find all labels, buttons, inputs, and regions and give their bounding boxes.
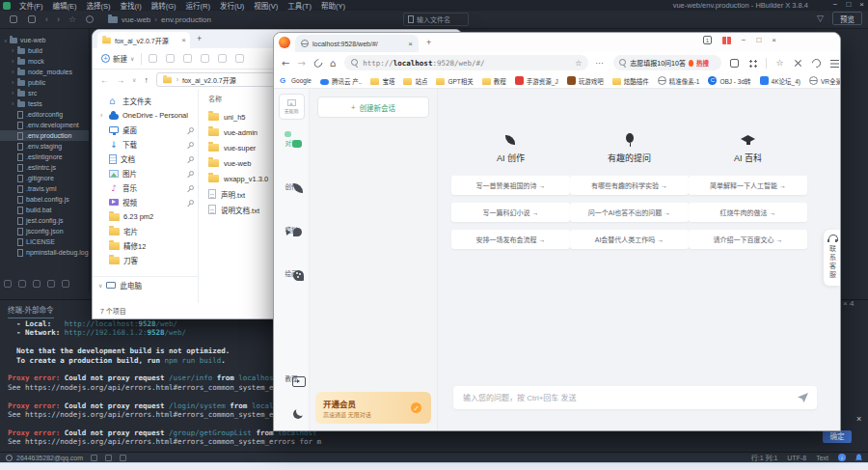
close-tab-icon[interactable]: × xyxy=(181,36,186,44)
ide-menu-item[interactable]: 视图(V) xyxy=(249,0,283,11)
outline-icon[interactable] xyxy=(91,455,97,461)
browser-minimize-button[interactable]: − xyxy=(742,36,746,44)
browser-logo-icon[interactable] xyxy=(279,37,290,48)
tree-item[interactable]: .editorconfig xyxy=(0,109,89,120)
tree-root[interactable]: ∨ vue-web xyxy=(0,35,89,45)
tree-item[interactable]: tests xyxy=(0,98,89,109)
contact-support-tab[interactable]: 联系客服 xyxy=(824,230,840,286)
dialog-close-icon[interactable]: × xyxy=(856,414,861,424)
new-folder-icon[interactable] xyxy=(4,280,12,288)
tree-item[interactable]: build xyxy=(0,45,89,56)
suggestion-chip[interactable]: 安排一场发布会流程 → xyxy=(451,230,570,249)
apps-grid-icon[interactable] xyxy=(747,58,758,69)
new-button[interactable]: + 新建 ∨ xyxy=(101,53,134,64)
terminal-tab[interactable]: 终端-外部命令 xyxy=(8,304,54,318)
tree-item[interactable]: .travis.yml xyxy=(0,183,89,194)
new-file-icon[interactable] xyxy=(9,14,18,24)
menu-icon[interactable] xyxy=(829,58,840,69)
save-icon[interactable] xyxy=(27,14,37,24)
sidebar-nav-item[interactable]: 视频 xyxy=(93,195,198,209)
locate-file-icon[interactable] xyxy=(18,280,26,288)
windows-taskbar[interactable] xyxy=(0,462,868,470)
download-icon[interactable]: ↓ xyxy=(838,454,846,461)
sidebar-nav-item[interactable]: 精修12 xyxy=(93,238,198,253)
bookmark-item[interactable]: 4K论坛_4) xyxy=(760,76,800,86)
send-icon[interactable] xyxy=(798,393,808,402)
tree-item[interactable]: public xyxy=(0,77,89,88)
back-icon[interactable]: ← xyxy=(282,58,289,69)
tree-item[interactable]: src xyxy=(0,88,89,98)
tree-item[interactable]: .gitignore xyxy=(0,173,89,183)
breadcrumb-project[interactable]: vue-web xyxy=(122,15,150,24)
preview-button[interactable]: 预览 xyxy=(832,12,862,25)
back-icon[interactable]: ‹ xyxy=(45,14,48,24)
paste-icon[interactable] xyxy=(183,54,192,63)
sidebar-item-create[interactable]: 创作 xyxy=(274,181,309,191)
run-icon[interactable] xyxy=(85,14,95,24)
file-search-input[interactable]: 输入文件名 xyxy=(403,13,469,26)
bookmark-item[interactable]: 炫酷插件 xyxy=(612,76,649,86)
ide-menu-item[interactable]: 编辑(E) xyxy=(48,0,82,11)
sidebar-nav-item[interactable]: 文档 xyxy=(93,152,198,166)
up-icon[interactable]: ↑ xyxy=(144,75,148,85)
vip-banner[interactable]: 开通会员 高速通道 无限对话 ✓ xyxy=(315,392,431,424)
explorer-tab[interactable]: fox_ai_v2.0.7开源 × xyxy=(97,32,190,48)
sidebar-nav-item[interactable]: 6.23 pm2 xyxy=(93,209,198,224)
ide-menu-item[interactable]: 运行(R) xyxy=(181,0,215,11)
sidebar-nav-item[interactable]: 桌面 xyxy=(93,123,198,137)
bookmark-item[interactable]: 腾讯云 产.. xyxy=(320,76,362,86)
bookmark-item[interactable]: 精准像素-1 xyxy=(658,76,700,86)
sidebar-nav-item[interactable]: 主文件夹 xyxy=(93,94,198,108)
filter-icon[interactable]: ▽ xyxy=(817,14,824,23)
new-tab-icon[interactable]: + xyxy=(197,34,202,43)
sidebar-nav-item[interactable]: 音乐 xyxy=(93,180,198,195)
tree-item[interactable]: babel.config.js xyxy=(0,194,89,205)
bookmark-item[interactable]: 宝塔 xyxy=(370,76,394,86)
tree-item[interactable]: .env.development xyxy=(0,120,89,130)
gift-icon[interactable] xyxy=(722,37,731,44)
bookmark-item[interactable]: Google xyxy=(280,76,312,85)
ide-menu-item[interactable]: 跳转(G) xyxy=(147,0,181,11)
history-chevron-icon[interactable]: ∨ xyxy=(132,76,136,83)
bookmark-icon[interactable]: ☆ xyxy=(68,14,76,24)
sidebar-this-pc[interactable]: ∨ 此电脑 xyxy=(93,276,198,290)
bookmark-item[interactable]: 手游资源_J xyxy=(515,76,558,86)
forward-icon[interactable]: → xyxy=(297,58,305,69)
sidebar-nav-item[interactable]: › OneDrive - Personal xyxy=(93,108,198,123)
ide-menu-item[interactable]: 文件(F) xyxy=(14,0,48,11)
sidebar-nav-item[interactable]: 宅片 xyxy=(93,224,198,238)
rename-icon[interactable] xyxy=(201,54,209,63)
address-bar[interactable]: http://localhost:9528/web/#/ ☆ xyxy=(344,55,588,70)
ide-close-button[interactable]: × xyxy=(859,0,864,9)
forward-icon[interactable]: → xyxy=(117,75,125,85)
bookmark-star-icon[interactable]: ☆ xyxy=(575,59,582,68)
ide-menu-item[interactable]: 查找(I) xyxy=(116,0,147,11)
settings-icon[interactable] xyxy=(33,280,41,288)
filetype-label[interactable]: Text xyxy=(816,455,828,461)
scissors-icon[interactable] xyxy=(793,58,803,69)
refresh-icon[interactable] xyxy=(47,280,55,288)
ide-menu-item[interactable]: 选择(S) xyxy=(82,0,116,11)
bookmark-item[interactable]: GPT相关 xyxy=(436,76,473,86)
suggestion-chip[interactable]: 写一首赞美祖国的诗 → xyxy=(451,176,570,195)
bookmark-item[interactable]: 站点 xyxy=(403,76,427,86)
sidebar-nav-item[interactable]: 图片 xyxy=(93,166,198,180)
sync-icon[interactable] xyxy=(62,280,69,288)
home-icon[interactable]: ⌂ xyxy=(330,58,336,69)
encoding-label[interactable]: UTF-8 xyxy=(787,455,806,461)
breadcrumb-file[interactable]: env.production xyxy=(161,15,211,24)
sidebar-item-chat[interactable]: 对话 xyxy=(274,138,309,148)
avatar[interactable]: 无昵称 xyxy=(279,94,305,120)
back-icon[interactable]: ← xyxy=(100,75,109,85)
tree-item[interactable]: build.bat xyxy=(0,205,89,215)
account-email[interactable]: 2644635282@qq.com xyxy=(16,455,83,461)
tree-item[interactable]: .eslintignore xyxy=(0,152,89,162)
restore-icon[interactable] xyxy=(811,58,822,69)
bookmark-item[interactable]: 玩游戏吧 xyxy=(567,76,604,86)
copy-icon[interactable] xyxy=(166,54,175,63)
suggestion-chip[interactable]: 请介绍一下百度文心 → xyxy=(689,230,807,249)
sidebar-nav-item[interactable]: 刀客 xyxy=(93,253,198,267)
site-more-icon[interactable]: ⋯ xyxy=(595,59,604,68)
bell-icon[interactable] xyxy=(855,454,862,461)
bookmark-item[interactable]: 教程 xyxy=(482,76,506,86)
